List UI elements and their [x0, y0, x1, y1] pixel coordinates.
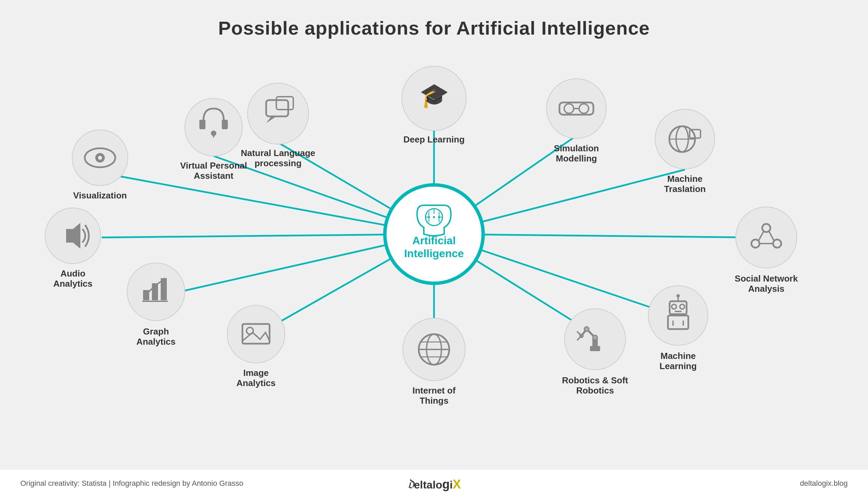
svg-rect-21	[200, 120, 205, 129]
simulation-label: Simulation	[554, 143, 599, 153]
svg-point-20	[185, 98, 242, 156]
svg-text:Modelling: Modelling	[556, 153, 597, 164]
svg-point-94	[385, 185, 483, 283]
svg-point-40	[227, 305, 285, 363]
center-label-2: Intelligence	[404, 247, 464, 259]
machine-translation-label: Machine	[667, 174, 703, 184]
footer-url: deltalogix.blog	[800, 479, 848, 488]
diagram-container: 🎓 Deep Learning Natural Language process…	[0, 44, 868, 468]
svg-point-73	[736, 207, 797, 268]
deep-learning-label: Deep Learning	[403, 134, 465, 144]
iot-label: Internet of	[412, 385, 455, 396]
svg-text:🎓: 🎓	[420, 82, 449, 110]
svg-point-103	[433, 216, 435, 218]
svg-text:Analysis: Analysis	[748, 284, 784, 294]
svg-text:Learning: Learning	[660, 361, 697, 371]
svg-point-102	[438, 216, 440, 218]
svg-point-56	[584, 327, 589, 331]
svg-text:Analytics: Analytics	[53, 279, 92, 289]
main-diagram: 🎓 Deep Learning Natural Language process…	[0, 44, 868, 468]
svg-text:processing: processing	[255, 158, 302, 168]
machine-learning-label: Machine	[661, 351, 696, 361]
svg-point-57	[593, 335, 598, 340]
social-network-label: Social Network	[735, 273, 798, 284]
image-analytics-label: Image	[243, 368, 268, 378]
page-title: Possible applications for Artificial Int…	[0, 0, 868, 39]
svg-text:Robotics: Robotics	[576, 385, 614, 396]
svg-point-29	[98, 156, 102, 160]
svg-text:Analytics: Analytics	[136, 337, 176, 347]
svg-rect-22	[222, 120, 228, 129]
footer-logo: 𝔡eltalogiX	[407, 475, 461, 492]
svg-text:Things: Things	[420, 396, 448, 406]
svg-point-71	[676, 294, 680, 298]
visualization-label: Visualization	[73, 190, 127, 200]
svg-text:Assistant: Assistant	[194, 171, 233, 181]
audio-analytics-label: Audio	[60, 268, 86, 279]
footer-attribution: Original creativity: Statista | Infograp…	[20, 479, 244, 488]
svg-text:Analytics: Analytics	[236, 378, 276, 388]
virtual-assistant-label: Virtual Personal	[180, 160, 247, 171]
center-label-1: Artificial	[412, 235, 456, 247]
graph-analytics-label: Graph	[143, 326, 169, 337]
footer: Original creativity: Statista | Infograp…	[0, 470, 868, 497]
robotics-label: Robotics & Soft	[562, 375, 628, 385]
svg-point-15	[248, 83, 309, 144]
svg-point-101	[428, 216, 430, 218]
nlp-label: Natural Language	[241, 148, 315, 158]
svg-text:Traslation: Traslation	[664, 184, 706, 194]
